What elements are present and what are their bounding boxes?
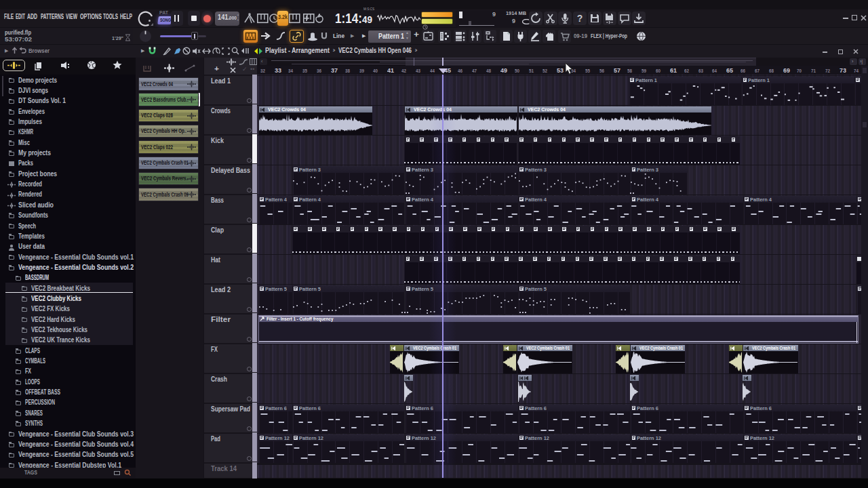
svg-text:VEC2 Claps 028: VEC2 Claps 028	[141, 113, 173, 119]
svg-text:3.2k: 3.2k	[278, 14, 288, 20]
svg-text:Pattern 5: Pattern 5	[525, 286, 547, 292]
svg-text:32: 32	[260, 69, 265, 73]
svg-text:SONG: SONG	[160, 18, 171, 23]
svg-text:DT Sounds Vol. 1: DT Sounds Vol. 1	[18, 98, 66, 104]
svg-text:Pattern 4: Pattern 4	[299, 197, 321, 203]
svg-text:47: 47	[472, 69, 477, 73]
svg-text:?: ?	[577, 13, 583, 24]
svg-text:Clap: Clap	[211, 227, 224, 234]
svg-text:62: 62	[684, 69, 689, 73]
svg-text:Pattern 12: Pattern 12	[299, 435, 324, 441]
svg-text:Bass: Bass	[211, 197, 224, 204]
svg-text:50: 50	[515, 69, 519, 73]
svg-text:40: 40	[373, 69, 378, 73]
svg-text:VEC2 Cymbals Crash 01: VEC2 Cymbals Crash 01	[141, 160, 189, 166]
svg-text:Playlist - Arrangement: Playlist - Arrangement	[265, 47, 330, 54]
svg-text:VEC2 Cymbals Crash 09: VEC2 Cymbals Crash 09	[141, 192, 189, 198]
svg-text:09-19: 09-19	[574, 33, 587, 39]
svg-text:Project bones: Project bones	[18, 171, 57, 178]
svg-text:1'29": 1'29"	[112, 36, 123, 41]
svg-text:VEC2 Hard Kicks: VEC2 Hard Kicks	[31, 317, 75, 323]
svg-text:HELP: HELP	[120, 14, 132, 20]
svg-text:Line: Line	[333, 33, 344, 39]
svg-text:TOOLS: TOOLS	[103, 14, 118, 20]
svg-text:VEC2 Cymbals HH Open 046: VEC2 Cymbals HH Open 046	[338, 47, 412, 54]
svg-text:VEC2 Cymbals HH Op..: VEC2 Cymbals HH Op..	[141, 128, 186, 134]
svg-text:37: 37	[331, 68, 338, 74]
svg-text:Pattern 4: Pattern 4	[265, 197, 288, 203]
svg-text:Vengeance - Essential Club Sou: Vengeance - Essential Club Sounds vol.1	[18, 254, 134, 261]
svg-text:Kick: Kick	[211, 138, 224, 144]
svg-text:OFFBEAT BASS: OFFBEAT BASS	[25, 389, 60, 396]
svg-text:Pattern 6: Pattern 6	[265, 405, 288, 411]
svg-text:69: 69	[783, 68, 790, 74]
svg-text:Impulses: Impulses	[18, 119, 42, 125]
svg-text:73: 73	[840, 68, 846, 74]
svg-text:1:14:: 1:14:	[335, 11, 362, 26]
svg-text:Misc: Misc	[18, 140, 30, 146]
svg-text:Vengeance - Essential Club Sou: Vengeance - Essential Club Sounds vol.5	[18, 451, 134, 458]
svg-text:+: +	[414, 31, 419, 39]
svg-text:72: 72	[825, 69, 830, 73]
svg-text:SYNTHS: SYNTHS	[25, 420, 43, 427]
svg-text:Hat: Hat	[211, 257, 220, 264]
svg-text:CLAPS: CLAPS	[25, 348, 40, 354]
svg-text:70: 70	[797, 69, 802, 73]
svg-text:9: 9	[492, 12, 496, 18]
svg-text:63: 63	[698, 69, 703, 73]
svg-text:+: +	[214, 65, 219, 73]
svg-text:Pattern 4: Pattern 4	[637, 197, 659, 203]
svg-text:VEC2 FX Kicks: VEC2 FX Kicks	[31, 306, 70, 312]
svg-text:Pattern 12: Pattern 12	[265, 435, 290, 441]
svg-text:VEC2 Breakbeat Kicks: VEC2 Breakbeat Kicks	[31, 285, 90, 292]
svg-text:Demo projects: Demo projects	[18, 77, 57, 84]
svg-text:Pattern 12: Pattern 12	[525, 435, 550, 441]
svg-text:Pattern 1: Pattern 1	[378, 33, 404, 40]
svg-text:33: 33	[275, 68, 281, 74]
svg-text:39: 39	[359, 69, 364, 73]
svg-text:Packs: Packs	[18, 160, 33, 167]
svg-text:Speech: Speech	[18, 223, 36, 230]
svg-text:57: 57	[614, 68, 620, 74]
svg-text:49: 49	[362, 14, 372, 25]
svg-text:PATTERNS: PATTERNS	[41, 14, 64, 20]
svg-text:48: 48	[486, 69, 491, 73]
svg-text:Lead 1: Lead 1	[211, 78, 231, 85]
svg-text:56: 56	[599, 69, 604, 73]
svg-text:51: 51	[529, 69, 534, 73]
svg-text:Supersaw Pad: Supersaw Pad	[211, 406, 250, 413]
svg-text:Pattern 3: Pattern 3	[299, 167, 321, 173]
svg-text:43: 43	[416, 69, 420, 73]
svg-text:53:07:02: 53:07:02	[5, 37, 32, 43]
svg-text:36: 36	[317, 69, 321, 73]
svg-text:42: 42	[401, 69, 406, 73]
svg-text:35: 35	[302, 69, 307, 73]
svg-text:Vengeance - Essential Club Sou: Vengeance - Essential Club Sounds vol.2	[18, 264, 134, 271]
svg-text:purified.flp: purified.flp	[5, 30, 31, 36]
svg-text:LOOPS: LOOPS	[25, 379, 40, 386]
svg-text:TAGS: TAGS	[24, 470, 37, 476]
svg-text:User data: User data	[18, 243, 45, 250]
svg-text:Crowds: Crowds	[211, 108, 231, 115]
svg-text:Pattern 12: Pattern 12	[750, 435, 775, 441]
svg-text:Filter: Filter	[211, 317, 231, 323]
svg-text:000: 000	[229, 16, 237, 21]
svg-text:Pattern 1: Pattern 1	[635, 77, 658, 83]
svg-text:34: 34	[288, 69, 293, 73]
svg-text:My projects: My projects	[18, 150, 51, 157]
svg-text:VEC2 Tekhouse Kicks: VEC2 Tekhouse Kicks	[31, 327, 87, 333]
svg-text:58: 58	[627, 69, 632, 73]
svg-text:PAT: PAT	[159, 10, 169, 15]
svg-text:Pattern 6: Pattern 6	[299, 405, 321, 411]
svg-text:9: 9	[512, 18, 515, 24]
svg-text:FX: FX	[25, 368, 31, 375]
svg-text:44: 44	[430, 69, 435, 73]
svg-text:65: 65	[726, 68, 733, 74]
svg-text:Pattern 5: Pattern 5	[299, 286, 321, 292]
svg-text:Vengeance - Essential Club Sou: Vengeance - Essential Club Sounds vol.4	[18, 441, 134, 448]
svg-text:VEC2 Bassdrums Club..: VEC2 Bassdrums Club..	[141, 97, 189, 103]
svg-text:PERCUSSION: PERCUSSION	[25, 399, 55, 406]
svg-text:KSHMR: KSHMR	[18, 129, 33, 136]
svg-text:FX: FX	[211, 346, 218, 353]
svg-text:Envelopes: Envelopes	[18, 108, 45, 115]
